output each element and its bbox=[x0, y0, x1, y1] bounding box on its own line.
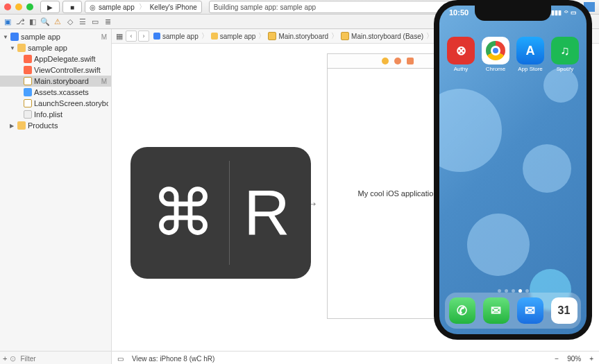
tree-label: sample app bbox=[21, 33, 99, 41]
tree-group[interactable]: ▼ sample app bbox=[0, 42, 111, 53]
target-icon: ◎ bbox=[90, 3, 96, 11]
add-button[interactable]: + bbox=[3, 354, 7, 363]
app-label: App Store bbox=[518, 66, 543, 72]
forward-button[interactable]: › bbox=[138, 31, 149, 42]
status-time: 10:50 bbox=[449, 8, 469, 17]
storyboard-file-icon bbox=[24, 77, 32, 85]
tree-label: Info.plist bbox=[34, 110, 108, 119]
debug-navigator-tab[interactable]: ☰ bbox=[78, 17, 87, 26]
wifi-icon: ⌔ bbox=[564, 9, 568, 16]
project-navigator-tab[interactable]: ▣ bbox=[3, 17, 12, 26]
breadcrumb-item[interactable]: Main.storyboard bbox=[268, 32, 328, 40]
zoom-window-button[interactable] bbox=[26, 3, 33, 10]
zoom-out-button[interactable]: − bbox=[555, 355, 559, 363]
app-label: Chrome bbox=[486, 66, 505, 72]
tree-file[interactable]: AppDelegate.swift bbox=[0, 53, 111, 64]
breakpoint-navigator-tab[interactable]: ▭ bbox=[90, 17, 100, 26]
dock-app-phone[interactable]: ✆ bbox=[449, 297, 475, 324]
find-navigator-tab[interactable]: 🔍 bbox=[40, 17, 50, 26]
breadcrumb-item[interactable]: Main.storyboard (Base) bbox=[341, 32, 423, 40]
source-control-navigator-tab[interactable]: ⎇ bbox=[15, 17, 25, 26]
app-label: Authy bbox=[454, 66, 468, 72]
tree-label: Assets.xcassets bbox=[34, 88, 108, 96]
tree-label: AppDelegate.swift bbox=[34, 55, 108, 63]
battery-icon: ▭ bbox=[571, 9, 577, 16]
status-text: Building sample app: sample app bbox=[214, 3, 316, 11]
app-spotify[interactable]: ♫ Spotify bbox=[550, 37, 580, 72]
folder-icon bbox=[211, 33, 218, 40]
report-navigator-tab[interactable]: ≣ bbox=[103, 17, 112, 26]
stop-button[interactable]: ■ bbox=[62, 1, 82, 13]
chevron-right-icon: 〉 bbox=[331, 31, 338, 41]
project-icon bbox=[153, 33, 160, 40]
home-screen-apps: ⊗ Authy Chrome A App Store ♫ Spotify bbox=[439, 37, 587, 72]
app-chrome[interactable]: Chrome bbox=[480, 37, 511, 72]
close-window-button[interactable] bbox=[4, 3, 11, 10]
issue-navigator-tab[interactable]: ⚠ bbox=[53, 17, 62, 26]
tree-group[interactable]: ▶ Products bbox=[0, 120, 111, 131]
disclosure-triangle-icon[interactable]: ▼ bbox=[10, 45, 15, 51]
test-navigator-tab[interactable]: ◇ bbox=[65, 17, 75, 26]
keyboard-shortcut-overlay: ⌘ R bbox=[130, 147, 311, 279]
storyboard-file-icon bbox=[24, 99, 32, 107]
view-as-label[interactable]: View as: iPhone 8 (wC hR) bbox=[132, 355, 214, 363]
authy-icon: ⊗ bbox=[447, 37, 475, 64]
zoom-in-button[interactable]: + bbox=[589, 355, 593, 363]
zoom-level-label: 90% bbox=[567, 355, 581, 363]
source-control-badge: M bbox=[101, 78, 107, 85]
storyboard-file-icon bbox=[268, 32, 276, 40]
dock: ✆ ✉ ✉︎ 31 bbox=[445, 293, 581, 329]
file-tree: ▼ sample app M ▼ sample app AppDelegate.… bbox=[0, 29, 111, 131]
tree-label: Main.storyboard bbox=[34, 77, 99, 85]
minimize-window-button[interactable] bbox=[15, 3, 22, 10]
disclosure-triangle-icon[interactable]: ▶ bbox=[10, 123, 15, 129]
tree-file[interactable]: Info.plist bbox=[0, 109, 111, 120]
tree-file[interactable]: LaunchScreen.storyboard bbox=[0, 98, 111, 109]
symbol-navigator-tab[interactable]: ◧ bbox=[28, 17, 37, 26]
chevron-right-icon: 〉 bbox=[258, 31, 265, 41]
tree-file[interactable]: Assets.xcassets bbox=[0, 87, 111, 98]
breadcrumb-item[interactable]: sample app bbox=[211, 33, 256, 40]
plist-file-icon bbox=[24, 110, 32, 119]
tree-file-selected[interactable]: Main.storyboard M bbox=[0, 76, 111, 87]
tree-file[interactable]: ViewController.swift bbox=[0, 64, 111, 76]
tree-label: LaunchScreen.storyboard bbox=[34, 99, 108, 107]
device-frame: 10:50 ▮▮▮▮ ⌔ ▭ ⊗ Authy Chrome A App Stor… bbox=[434, 0, 592, 340]
dock-app-calendar[interactable]: 31 bbox=[551, 297, 577, 324]
scheme-project-label: sample app bbox=[99, 3, 135, 11]
dock-app-messages[interactable]: ✉ bbox=[483, 297, 509, 324]
breadcrumb-item[interactable]: sample app bbox=[153, 33, 199, 40]
swift-file-icon bbox=[24, 55, 32, 63]
chevron-right-icon: 〉 bbox=[201, 31, 208, 41]
play-icon: ▶ bbox=[47, 3, 53, 11]
app-appstore[interactable]: A App Store bbox=[515, 37, 546, 72]
r-key-label: R bbox=[244, 177, 289, 250]
calendar-day: 31 bbox=[558, 305, 571, 316]
divider bbox=[229, 161, 230, 265]
run-button[interactable]: ▶ bbox=[40, 1, 60, 13]
storyboard-file-icon bbox=[341, 32, 349, 40]
scheme-destination-label: Kelley's iPhone bbox=[150, 3, 197, 11]
tree-root[interactable]: ▼ sample app M bbox=[0, 31, 111, 42]
folder-icon bbox=[17, 44, 26, 52]
first-responder-icon[interactable] bbox=[394, 58, 401, 64]
app-authy[interactable]: ⊗ Authy bbox=[446, 37, 476, 72]
scheme-selector[interactable]: ◎ sample app 〉 Kelley's iPhone bbox=[85, 1, 202, 13]
device-screen[interactable]: 10:50 ▮▮▮▮ ⌔ ▭ ⊗ Authy Chrome A App Stor… bbox=[439, 6, 587, 334]
back-button[interactable]: ‹ bbox=[126, 31, 137, 42]
folder-icon bbox=[17, 121, 26, 130]
device-config-button[interactable]: ▭ bbox=[117, 355, 124, 363]
chevron-right-icon: 〉 bbox=[139, 2, 146, 12]
tree-label: sample app bbox=[28, 44, 108, 52]
source-control-badge: M bbox=[101, 33, 107, 41]
related-items-button[interactable]: ▦ bbox=[115, 31, 124, 41]
traffic-lights bbox=[4, 3, 33, 10]
disclosure-triangle-icon[interactable]: ▼ bbox=[3, 34, 8, 40]
dock-app-mail[interactable]: ✉︎ bbox=[517, 297, 543, 324]
filter-input[interactable] bbox=[19, 354, 110, 363]
project-icon bbox=[10, 33, 19, 41]
chrome-icon bbox=[482, 37, 509, 64]
appstore-icon: A bbox=[516, 37, 544, 64]
view-controller-icon[interactable] bbox=[382, 58, 389, 64]
exit-icon[interactable] bbox=[407, 58, 414, 64]
